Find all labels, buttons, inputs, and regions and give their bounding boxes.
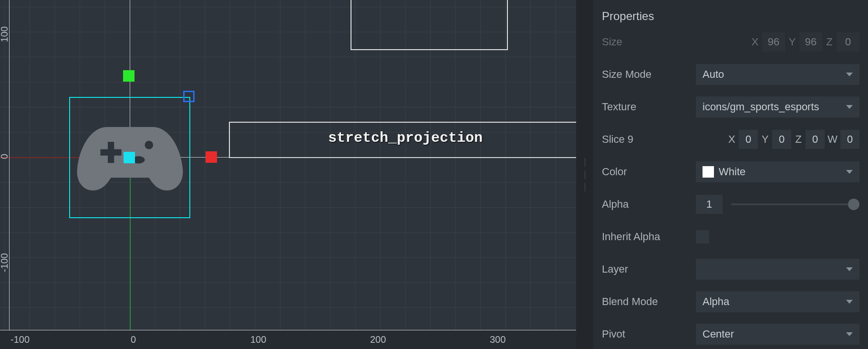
row-alpha: Alpha 1 — [602, 188, 859, 221]
size-x-input[interactable]: 96 — [762, 32, 785, 52]
row-slice9: Slice 9 X 0 Y 0 Z 0 W 0 — [602, 123, 859, 156]
size-mode-dropdown[interactable]: Auto — [696, 64, 859, 85]
scene-viewport[interactable]: stretch_projection -100 0 100 -100 0 100… — [0, 0, 576, 349]
ruler-left-tick: -100 — [0, 253, 10, 272]
ruler-bottom-tick: 200 — [370, 334, 386, 345]
label-pivot: Pivot — [602, 328, 690, 340]
chevron-down-icon — [846, 267, 853, 271]
slice9-y-input[interactable]: 0 — [772, 130, 791, 149]
label-texture: Texture — [602, 101, 690, 113]
svg-point-2 — [145, 141, 154, 149]
color-swatch — [703, 166, 714, 178]
layer-dropdown[interactable] — [696, 259, 859, 280]
ruler-bottom-tick: 300 — [490, 334, 506, 345]
gizmo-handle-xy[interactable] — [183, 91, 195, 102]
size-z-input[interactable]: 0 — [837, 32, 859, 52]
slice9-w-input[interactable]: 0 — [840, 130, 859, 149]
alpha-slider[interactable] — [731, 203, 859, 205]
ruler-left: -100 0 100 — [0, 0, 10, 330]
row-size-mode: Size Mode Auto — [602, 58, 859, 91]
slice9-y-label: Y — [761, 133, 769, 146]
gizmo-handle-x[interactable] — [206, 151, 217, 163]
color-value: White — [719, 166, 745, 178]
label-color: Color — [602, 166, 690, 178]
slice9-z-input[interactable]: 0 — [806, 130, 825, 149]
pivot-dropdown[interactable]: Center — [696, 324, 859, 345]
label-slice9: Slice 9 — [602, 133, 690, 146]
alpha-slider-thumb[interactable] — [848, 199, 859, 210]
size-y-label: Y — [788, 36, 796, 48]
color-dropdown[interactable]: White — [696, 161, 859, 182]
size-mode-value: Auto — [703, 68, 724, 81]
svg-rect-1 — [108, 142, 114, 163]
ruler-left-tick: 0 — [0, 154, 10, 159]
row-blend-mode: Blend Mode Alpha — [602, 286, 859, 318]
slice9-z-label: Z — [794, 133, 803, 146]
ruler-bottom-tick: 100 — [250, 334, 266, 345]
row-inherit-alpha: Inherit Alpha — [602, 221, 859, 253]
chevron-down-icon — [846, 73, 853, 76]
chevron-down-icon — [846, 105, 853, 109]
ruler-left-tick: 100 — [0, 26, 10, 42]
slice9-w-label: W — [827, 133, 837, 146]
slice9-x-input[interactable]: 0 — [739, 130, 758, 149]
row-layer: Layer — [602, 253, 859, 286]
ruler-bottom-tick: -100 — [10, 334, 30, 345]
inherit-alpha-checkbox[interactable] — [696, 230, 709, 243]
ruler-bottom: -100 0 100 200 300 — [0, 330, 576, 349]
label-size: Size — [602, 36, 690, 48]
label-inherit-alpha: Inherit Alpha — [602, 231, 690, 243]
size-z-label: Z — [825, 36, 834, 48]
label-layer: Layer — [602, 263, 690, 275]
node-rect-top[interactable] — [351, 0, 508, 50]
properties-panel: Properties Size X 96 Y 96 Z 0 Size Mode … — [593, 0, 868, 349]
texture-dropdown[interactable]: icons/gm_sports_esports — [696, 96, 859, 117]
chevron-down-icon — [846, 300, 853, 304]
gizmo-handle-y[interactable] — [123, 70, 134, 82]
row-pivot: Pivot Center — [602, 318, 859, 349]
row-size: Size X 96 Y 96 Z 0 — [602, 26, 859, 58]
blend-mode-dropdown[interactable]: Alpha — [696, 291, 859, 312]
texture-value: icons/gm_sports_esports — [703, 101, 819, 113]
panel-splitter[interactable] — [576, 0, 593, 349]
chevron-down-icon — [846, 332, 853, 336]
slice9-x-label: X — [727, 133, 736, 146]
label-blend-mode: Blend Mode — [602, 296, 690, 308]
blend-mode-value: Alpha — [703, 296, 729, 308]
node-label-stretch-projection: stretch_projection — [328, 130, 483, 146]
chevron-down-icon — [846, 170, 853, 174]
alpha-input[interactable]: 1 — [696, 195, 723, 214]
label-alpha: Alpha — [602, 198, 690, 211]
row-color: Color White — [602, 156, 859, 188]
size-x-label: X — [751, 36, 759, 48]
size-y-input[interactable]: 96 — [799, 32, 822, 52]
ruler-bottom-tick: 0 — [131, 334, 136, 345]
label-size-mode: Size Mode — [602, 68, 690, 81]
gizmo-center[interactable] — [124, 152, 135, 163]
row-texture: Texture icons/gm_sports_esports — [602, 91, 859, 123]
pivot-value: Center — [703, 328, 734, 340]
